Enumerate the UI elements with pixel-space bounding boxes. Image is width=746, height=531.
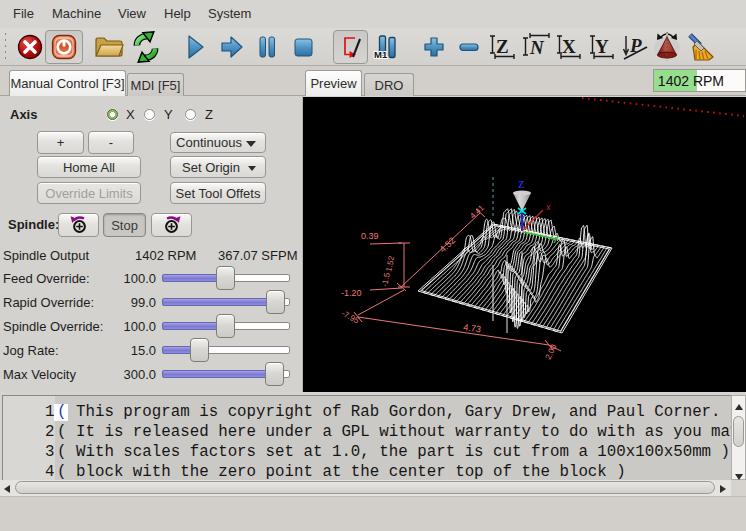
svg-text:-1.5: -1.5	[380, 272, 392, 288]
svg-text:N: N	[529, 37, 545, 58]
svg-text:2.00: 2.00	[544, 342, 559, 360]
svg-text:1.52: 1.52	[384, 255, 396, 273]
svg-text:4.41: 4.41	[468, 203, 486, 221]
svg-text:X: X	[562, 36, 576, 57]
svg-text:Z: Z	[518, 180, 524, 190]
svg-text:M1: M1	[374, 49, 388, 60]
svg-text:4.52: 4.52	[438, 235, 458, 254]
svg-text:x: x	[546, 202, 551, 212]
svg-text:-1.20: -1.20	[341, 288, 362, 298]
svg-text:0.39: 0.39	[361, 231, 379, 241]
svg-text:Y: Y	[595, 36, 609, 57]
svg-text:Z: Z	[496, 36, 509, 57]
svg-text:-7.95: -7.95	[340, 309, 361, 326]
